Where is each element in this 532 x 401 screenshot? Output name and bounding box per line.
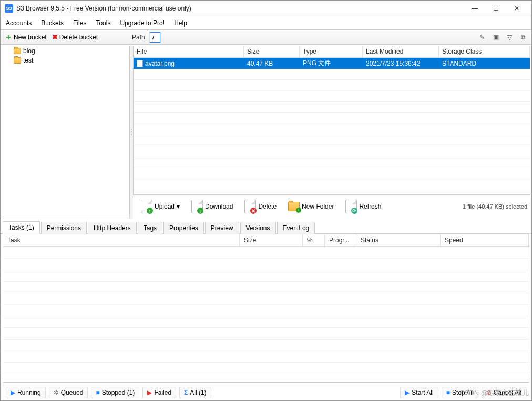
new-bucket-button[interactable]: ＋ New bucket bbox=[3, 32, 49, 43]
file-name: avatar.png bbox=[145, 60, 175, 67]
col-pct[interactable]: % bbox=[303, 234, 325, 246]
menu-files[interactable]: Files bbox=[73, 19, 86, 27]
file-icon bbox=[137, 60, 143, 67]
sigma-icon: Σ bbox=[184, 389, 188, 396]
copy-icon[interactable]: ⧉ bbox=[518, 32, 528, 43]
tab-properties[interactable]: Properties bbox=[163, 222, 204, 234]
task-table[interactable]: Task Size % Progr... Status Speed bbox=[3, 234, 529, 383]
col-type[interactable]: Type bbox=[300, 46, 363, 57]
menu-buckets[interactable]: Buckets bbox=[41, 19, 64, 27]
filter-all[interactable]: ΣAll (1) bbox=[179, 387, 211, 398]
bucket-item-blog[interactable]: blog bbox=[2, 46, 129, 56]
menu-tools[interactable]: Tools bbox=[96, 19, 110, 27]
stop-all-icon: ■ bbox=[446, 389, 450, 396]
selection-status: 1 file (40.47 KB) selected bbox=[463, 203, 527, 210]
new-folder-button[interactable]: + New Folder bbox=[283, 199, 339, 214]
main-split: blog test ⋮ File Size Type Last Modified… bbox=[1, 45, 531, 219]
col-storage[interactable]: Storage Class bbox=[439, 46, 530, 57]
bucket-list[interactable]: blog test bbox=[2, 46, 130, 218]
tab-strip: Tasks (1) Permissions Http Headers Tags … bbox=[1, 221, 531, 234]
maximize-button[interactable]: ☐ bbox=[485, 1, 506, 16]
minimize-button[interactable]: — bbox=[464, 1, 485, 16]
delete-file-icon: ✕ bbox=[244, 200, 256, 213]
stop-all-button[interactable]: ■Stop All bbox=[442, 387, 478, 398]
new-folder-icon: + bbox=[288, 202, 300, 211]
menu-upgrade[interactable]: Upgrade to Pro! bbox=[120, 19, 165, 27]
edit-icon[interactable]: ✎ bbox=[477, 32, 487, 43]
tool-row: ＋ New bucket ✖ Delete bucket Path: ✎ ▣ ▽… bbox=[1, 30, 531, 45]
file-list-header: File Size Type Last Modified Storage Cla… bbox=[134, 46, 530, 58]
filter-running[interactable]: ▶Running bbox=[6, 387, 46, 398]
tab-permissions[interactable]: Permissions bbox=[41, 222, 87, 234]
file-storage: STANDARD bbox=[439, 59, 530, 68]
col-tsize[interactable]: Size bbox=[240, 234, 303, 246]
path-tools: Path: ✎ ▣ ▽ ⧉ bbox=[129, 30, 531, 44]
filter-queued[interactable]: ✲Queued bbox=[49, 387, 88, 398]
download-label: Download bbox=[205, 203, 233, 210]
delete-label: Delete bbox=[258, 203, 277, 210]
path-input[interactable] bbox=[150, 32, 160, 43]
col-file[interactable]: File bbox=[134, 46, 244, 57]
close-button[interactable]: ✕ bbox=[506, 1, 527, 16]
file-type: PNG 文件 bbox=[300, 58, 363, 69]
tab-http-headers[interactable]: Http Headers bbox=[88, 222, 137, 234]
queued-icon: ✲ bbox=[54, 389, 59, 396]
col-size[interactable]: Size bbox=[244, 46, 300, 57]
download-button[interactable]: ↓ Download bbox=[187, 197, 238, 216]
view-icon[interactable]: ▣ bbox=[490, 32, 501, 43]
refresh-icon: ⟳ bbox=[345, 200, 357, 213]
task-body bbox=[3, 247, 529, 382]
path-label: Path: bbox=[132, 34, 147, 41]
col-status[interactable]: Status bbox=[356, 234, 441, 246]
dropdown-icon: ▾ bbox=[177, 203, 180, 210]
tab-eventlog[interactable]: EventLog bbox=[277, 222, 315, 234]
col-progr[interactable]: Progr... bbox=[325, 234, 356, 246]
file-toolbar: ↑ Upload ▾ ↓ Download ✕ Delete + New Fol… bbox=[133, 195, 530, 218]
play-icon: ▶ bbox=[11, 389, 15, 396]
start-all-button[interactable]: ▶Start All bbox=[400, 387, 438, 398]
col-speed[interactable]: Speed bbox=[441, 234, 529, 246]
file-delete-button[interactable]: ✕ Delete bbox=[240, 197, 281, 216]
delete-bucket-button[interactable]: ✖ Delete bucket bbox=[50, 32, 100, 42]
title-bar: S3 S3 Browser 9.5.5 - Free Version (for … bbox=[1, 1, 531, 16]
delete-bucket-label: Delete bucket bbox=[59, 34, 98, 41]
filter-stopped[interactable]: ■Stopped (1) bbox=[91, 387, 139, 398]
menu-help[interactable]: Help bbox=[174, 19, 187, 27]
file-modified: 2021/7/23 15:36:42 bbox=[363, 59, 439, 68]
bucket-item-test[interactable]: test bbox=[2, 56, 129, 65]
upload-icon: ↑ bbox=[141, 200, 152, 213]
plus-icon: ＋ bbox=[5, 33, 12, 42]
cancel-icon: ⊘ bbox=[486, 389, 492, 396]
tab-tags[interactable]: Tags bbox=[138, 222, 162, 234]
download-icon: ↓ bbox=[191, 200, 203, 213]
menu-bar: Accounts Buckets Files Tools Upgrade to … bbox=[1, 16, 531, 30]
delete-icon: ✖ bbox=[52, 33, 58, 41]
stop-icon: ■ bbox=[96, 389, 99, 396]
refresh-button[interactable]: ⟳ Refresh bbox=[341, 197, 386, 216]
app-icon: S3 bbox=[5, 4, 13, 13]
refresh-label: Refresh bbox=[359, 203, 381, 210]
start-icon: ▶ bbox=[405, 389, 410, 396]
folder-icon bbox=[14, 57, 21, 64]
window-title: S3 Browser 9.5.5 - Free Version (for non… bbox=[16, 5, 464, 12]
upload-button[interactable]: ↑ Upload ▾ bbox=[136, 197, 185, 216]
task-header: Task Size % Progr... Status Speed bbox=[3, 234, 529, 247]
file-row[interactable]: avatar.png 40.47 KB PNG 文件 2021/7/23 15:… bbox=[134, 58, 530, 69]
col-task[interactable]: Task bbox=[3, 234, 240, 246]
file-size: 40.47 KB bbox=[244, 59, 300, 68]
new-bucket-label: New bucket bbox=[14, 34, 47, 41]
cancel-all-button[interactable]: ⊘Cancel All bbox=[482, 387, 526, 398]
menu-accounts[interactable]: Accounts bbox=[6, 19, 32, 27]
folder-icon bbox=[14, 48, 21, 54]
failed-icon: ▶ bbox=[147, 389, 152, 396]
filter-icon[interactable]: ▽ bbox=[504, 32, 515, 43]
new-folder-label: New Folder bbox=[302, 203, 334, 210]
tab-tasks[interactable]: Tasks (1) bbox=[3, 221, 40, 234]
bucket-name: blog bbox=[23, 47, 35, 55]
tab-versions[interactable]: Versions bbox=[240, 222, 276, 234]
filter-failed[interactable]: ▶Failed bbox=[142, 387, 176, 398]
col-modified[interactable]: Last Modified bbox=[363, 46, 439, 57]
file-list[interactable]: File Size Type Last Modified Storage Cla… bbox=[133, 46, 530, 195]
file-pane: File Size Type Last Modified Storage Cla… bbox=[133, 46, 530, 218]
tab-preview[interactable]: Preview bbox=[205, 222, 239, 234]
